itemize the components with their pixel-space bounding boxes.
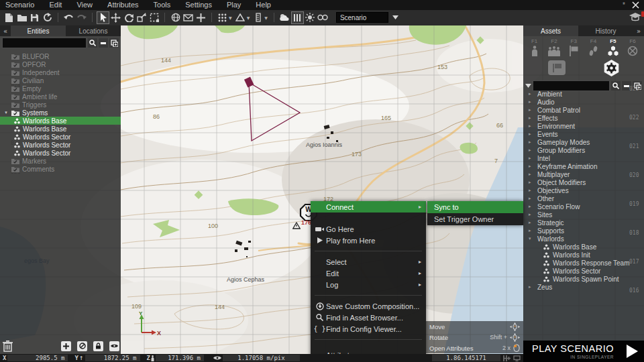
context-item-find-in-asset-browser[interactable]: Find in Asset Browser...: [311, 312, 426, 323]
sidebar-item-warlords-sector[interactable]: Warlords Sector: [0, 141, 121, 149]
expand-all-icon[interactable]: [109, 38, 119, 48]
menu-attributes[interactable]: Attributes: [100, 0, 146, 10]
asset-category[interactable]: ▸Scenario Flow: [523, 202, 644, 210]
collapse-right-panel-icon[interactable]: »: [633, 25, 644, 36]
submenu-item-set-trigger-owner[interactable]: Set Trigger Owner: [427, 213, 523, 225]
block-layer-icon[interactable]: [77, 341, 87, 351]
collapse-all-icon[interactable]: [99, 38, 108, 48]
context-item-log[interactable]: Log ▸: [311, 279, 426, 290]
submenu-item-sync-to[interactable]: Sync to: [427, 201, 523, 213]
sidebar-item-warlords-base-selected[interactable]: Warlords Base: [0, 117, 121, 125]
play-scenario-button[interactable]: PLAY SCENARIO IN SINGLEPLAYER: [523, 341, 644, 362]
entities-search-input[interactable]: [2, 38, 87, 48]
mode-waypoints[interactable]: F4: [584, 38, 603, 56]
menu-help[interactable]: Help: [248, 0, 278, 10]
tab-entities[interactable]: Entities: [11, 25, 66, 36]
export-scenario-icon[interactable]: [42, 12, 53, 23]
mode-modules[interactable]: F5: [603, 38, 623, 56]
asset-category[interactable]: ▸Object Modifiers: [523, 178, 644, 186]
asset-category[interactable]: ▸Combat Patrol: [523, 106, 644, 114]
sidebar-item-empty[interactable]: Empty: [0, 84, 121, 93]
tutorials-icon[interactable]: [629, 13, 644, 22]
toggle-map-icon[interactable]: [170, 12, 181, 23]
asset-category[interactable]: ▸Sites: [523, 210, 644, 219]
vertical-mode-icon[interactable]: [252, 12, 264, 23]
asset-category[interactable]: ▸Strategic: [523, 219, 644, 227]
context-item-save-custom-composition[interactable]: Save Custom Composition...: [311, 300, 426, 312]
menu-edit[interactable]: Edit: [42, 0, 69, 10]
lock-layer-icon[interactable]: [93, 341, 103, 351]
asset-category[interactable]: ▸Other: [523, 194, 644, 202]
filter-caret-icon[interactable]: [525, 84, 531, 88]
save-scenario-icon[interactable]: [29, 12, 40, 23]
asset-warlords-response-team[interactable]: Warlords Response Team: [523, 259, 644, 267]
context-item-play-from-here[interactable]: Play from Here: [311, 235, 426, 246]
asset-warlords-init[interactable]: Warlords Init: [523, 251, 644, 259]
asset-category[interactable]: ▸Environment: [523, 122, 644, 130]
view-settings-icon[interactable]: [317, 12, 329, 23]
close-icon[interactable]: [631, 1, 640, 9]
asset-category[interactable]: ▸Intel: [523, 154, 644, 162]
sidebar-item-blufor[interactable]: BLUFOR: [0, 52, 121, 60]
sidebar-item-comments[interactable]: Comments: [0, 165, 121, 173]
context-item-edit[interactable]: Edit ▸: [311, 267, 426, 279]
sidebar-item-warlords-sector[interactable]: Warlords Sector: [0, 149, 121, 157]
add-layer-icon[interactable]: [61, 341, 71, 351]
asset-category[interactable]: ▸Ambient: [523, 90, 644, 98]
menu-scenario[interactable]: Scenario: [0, 0, 42, 10]
asset-category[interactable]: ▸Supports: [523, 227, 644, 235]
time-of-day-icon[interactable]: [292, 12, 303, 23]
visibility-layer-icon[interactable]: [109, 341, 119, 351]
mode-characters[interactable]: F1: [525, 38, 544, 56]
sidebar-item-warlords-sector[interactable]: Warlords Sector: [0, 133, 121, 141]
sidebar-item-triggers[interactable]: Triggers: [0, 101, 121, 109]
surface-snap-caret-icon[interactable]: ▼: [247, 15, 250, 20]
search-icon[interactable]: [88, 38, 97, 48]
menu-settings[interactable]: Settings: [178, 0, 219, 10]
asset-category[interactable]: ▸Group Modifiers: [523, 146, 644, 154]
grid-snap-caret-icon[interactable]: ▼: [229, 15, 232, 20]
context-item-connect[interactable]: Connect ▸: [311, 201, 426, 213]
sidebar-item-opfor[interactable]: OPFOR: [0, 60, 121, 68]
context-item-go-here[interactable]: Go Here: [311, 223, 426, 235]
redo-icon[interactable]: [76, 12, 87, 23]
open-scenario-icon[interactable]: [16, 12, 28, 23]
category-flag-icon[interactable]: [547, 60, 566, 76]
area-select-tool-icon[interactable]: [148, 12, 160, 23]
context-item-select[interactable]: Select ▸: [311, 256, 426, 267]
collapse-left-panel-icon[interactable]: «: [0, 25, 11, 36]
asset-category-zeus[interactable]: ▸Zeus: [523, 283, 644, 291]
sidebar-item-independent[interactable]: Independent: [0, 68, 121, 76]
menu-tools[interactable]: Tools: [146, 0, 178, 10]
select-tool-icon[interactable]: [97, 12, 109, 23]
scenario-phase-selector[interactable]: Scenario: [336, 12, 388, 23]
expand-arrow-icon[interactable]: ▾: [3, 110, 9, 115]
scale-tool-icon[interactable]: [136, 12, 147, 23]
sidebar-item-markers[interactable]: Markers: [0, 157, 121, 165]
asset-warlords-base[interactable]: Warlords Base: [523, 243, 644, 251]
tab-locations[interactable]: Locations: [66, 25, 121, 36]
asset-category[interactable]: ▸Multiplayer: [523, 170, 644, 178]
sidebar-item-systems[interactable]: ▾Systems: [0, 109, 121, 117]
asset-category[interactable]: ▸Keyframe Animation: [523, 162, 644, 170]
tab-assets[interactable]: Assets: [523, 25, 578, 36]
surface-snap-icon[interactable]: [235, 12, 246, 23]
asset-category[interactable]: ▸Gameplay Modes: [523, 138, 644, 146]
tab-history[interactable]: History: [578, 25, 633, 36]
scenario-phase-caret-icon[interactable]: [390, 12, 401, 23]
mode-markers[interactable]: F6: [623, 38, 642, 56]
asset-category-warlords[interactable]: ▾Warlords: [523, 235, 644, 243]
asset-category[interactable]: ▸Objectives: [523, 186, 644, 194]
waypoint-icon[interactable]: [195, 12, 207, 23]
asset-warlords-sector[interactable]: Warlords Sector: [523, 267, 644, 275]
new-scenario-icon[interactable]: [3, 12, 15, 23]
context-item-find-in-config-viewer[interactable]: { } Find in Config Viewer...: [311, 323, 426, 335]
mode-objects[interactable]: F3: [564, 38, 584, 56]
messages-icon[interactable]: [182, 12, 194, 23]
vertical-mode-caret-icon[interactable]: ▼: [264, 15, 268, 20]
weather-icon[interactable]: [279, 12, 290, 23]
undo-icon[interactable]: [63, 12, 74, 23]
lighting-icon[interactable]: [305, 12, 316, 23]
mode-groups[interactable]: F2: [544, 38, 564, 56]
sidebar-item-ambient-life[interactable]: Ambient life: [0, 93, 121, 101]
